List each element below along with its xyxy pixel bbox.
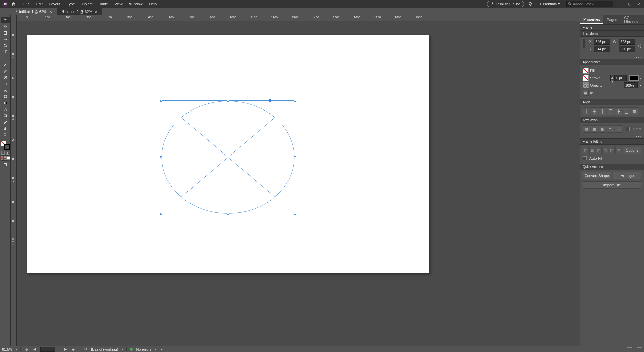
transform-more-options[interactable]: •••: [580, 55, 644, 59]
close-tab-icon[interactable]: ✕: [95, 10, 97, 14]
scissors-tool[interactable]: [1, 87, 10, 93]
x-input[interactable]: [594, 39, 610, 45]
opacity-flyout-icon[interactable]: ▸: [640, 84, 641, 87]
open-nav-button[interactable]: ↻: [83, 347, 88, 352]
menu-help[interactable]: Help: [146, 2, 160, 6]
close-tab-icon[interactable]: ✕: [49, 10, 52, 14]
screen-mode-icon-2[interactable]: [637, 347, 642, 351]
first-page-button[interactable]: ⏮: [24, 347, 29, 352]
resize-handle-tr[interactable]: [294, 100, 296, 102]
preflight-flyout-button[interactable]: ▸: [159, 347, 164, 352]
menu-file[interactable]: File: [20, 2, 33, 6]
chevron-down-icon[interactable]: ▾: [122, 348, 123, 351]
y-input[interactable]: [594, 46, 610, 52]
gradient-swatch-tool[interactable]: [1, 100, 10, 106]
apply-color-icon[interactable]: [1, 156, 4, 160]
gradient-feather-tool[interactable]: [1, 106, 10, 113]
apply-none-icon[interactable]: [7, 156, 10, 160]
menu-window[interactable]: Window: [126, 2, 146, 6]
stock-search-input[interactable]: Adobe Stock: [566, 1, 613, 7]
screen-mode-icon[interactable]: [627, 347, 632, 351]
align-vcenter-button[interactable]: ╋: [615, 107, 622, 115]
selection-tool[interactable]: [1, 17, 10, 23]
view-mode-toggle[interactable]: [1, 161, 10, 168]
h-input[interactable]: [619, 46, 635, 52]
canvas[interactable]: [17, 21, 580, 346]
resize-handle-tm[interactable]: [227, 100, 229, 102]
stroke-label[interactable]: Stroke: [590, 76, 601, 80]
selected-ellipse-frame[interactable]: [161, 100, 295, 214]
line-tool[interactable]: [1, 55, 10, 61]
opacity-input[interactable]: [624, 82, 638, 88]
content-aware-fit-button[interactable]: ◳: [615, 147, 622, 154]
textwrap-more-options[interactable]: •••: [580, 135, 644, 138]
stroke-weight-input[interactable]: [614, 75, 627, 81]
reference-point-grid[interactable]: [583, 39, 585, 48]
align-top-button[interactable]: ▔: [607, 107, 614, 115]
formatting-container-icon[interactable]: [1, 151, 5, 155]
autofit-checkbox[interactable]: [583, 156, 587, 160]
wrap-shape-button[interactable]: ◍: [599, 125, 606, 133]
vertical-ruler[interactable]: 01002003004005006007008009001000: [11, 21, 17, 346]
document-tab[interactable]: *Untitled-1 @ 62%✕: [11, 8, 57, 15]
wrap-none-button[interactable]: ▤: [583, 125, 590, 133]
publish-online-button[interactable]: Publish Online: [487, 1, 524, 7]
chevron-down-icon[interactable]: ▾: [58, 348, 60, 351]
rectangle-frame-tool[interactable]: [1, 74, 10, 81]
align-to-button[interactable]: ▥: [631, 107, 638, 115]
wrap-jump-button[interactable]: ≡: [607, 125, 614, 133]
zoom-tool[interactable]: [1, 132, 10, 138]
lightbulb-icon[interactable]: [527, 1, 533, 7]
frame-fit-options-button[interactable]: Options: [623, 147, 641, 154]
apply-gradient-icon[interactable]: [4, 156, 7, 160]
preflight-label[interactable]: No errors: [136, 347, 152, 351]
rectangle-tool[interactable]: [1, 81, 10, 87]
eyedropper-tool[interactable]: [1, 119, 10, 125]
resize-handle-ml[interactable]: [160, 156, 162, 158]
minimize-button[interactable]: ─: [618, 2, 623, 6]
stroke-swatch[interactable]: [583, 75, 589, 81]
chevron-down-icon[interactable]: ▾: [155, 348, 156, 351]
wrap-jumpnext-button[interactable]: ⤓: [615, 125, 622, 133]
menu-edit[interactable]: Edit: [33, 2, 46, 6]
maximize-button[interactable]: ▢: [627, 2, 632, 6]
align-bottom-button[interactable]: ▁: [623, 107, 630, 115]
formatting-text-icon[interactable]: T: [6, 151, 9, 155]
pencil-tool[interactable]: [1, 68, 10, 74]
fx-label[interactable]: fx.: [590, 91, 594, 95]
note-tool[interactable]: [1, 113, 10, 119]
fit-content-button[interactable]: ▣: [589, 147, 595, 154]
gap-tool[interactable]: [1, 36, 10, 42]
document-tab[interactable]: *Untitled-2 @ 62%✕: [57, 8, 103, 15]
workspace-switcher[interactable]: Essentials ▾: [538, 2, 562, 6]
pen-tool[interactable]: [1, 61, 10, 68]
zoom-level[interactable]: 61.5%: [2, 347, 12, 351]
arrange-button[interactable]: Arrange: [613, 172, 642, 179]
fit-content-prop-button[interactable]: ◫: [583, 147, 589, 154]
align-hcenter-button[interactable]: ┼: [591, 107, 598, 115]
align-left-button[interactable]: ▏▏: [583, 107, 590, 115]
stroke-style-dropdown[interactable]: [629, 75, 639, 81]
fill-frame-button[interactable]: ◱: [602, 147, 608, 154]
last-page-button[interactable]: ⏭: [71, 347, 76, 352]
w-input[interactable]: [619, 39, 635, 45]
wrap-bbox-button[interactable]: ▦: [591, 125, 598, 133]
menu-object[interactable]: Object: [78, 2, 96, 6]
convert-shape-button[interactable]: Convert Shape: [583, 172, 611, 179]
invert-checkbox[interactable]: [626, 127, 630, 131]
import-file-button[interactable]: Import File: [583, 181, 641, 189]
close-button[interactable]: ✕: [637, 2, 641, 6]
panel-tab-cc-libraries[interactable]: CC Libraries: [621, 15, 644, 24]
fill-stroke-proxy[interactable]: [1, 141, 10, 150]
fit-frame-button[interactable]: ◰: [596, 147, 602, 154]
type-tool[interactable]: T: [1, 49, 10, 55]
effects-icon[interactable]: ▦: [583, 90, 589, 96]
align-right-button[interactable]: ▕▕: [599, 107, 606, 115]
content-collector-tool[interactable]: [1, 42, 10, 49]
opacity-label[interactable]: Opacity: [590, 83, 602, 87]
home-icon[interactable]: [11, 1, 16, 7]
resize-handle-br[interactable]: [294, 213, 296, 215]
center-content-button[interactable]: ◲: [609, 147, 615, 154]
resize-handle-mr[interactable]: [294, 156, 296, 158]
menu-layout[interactable]: Layout: [46, 2, 64, 6]
